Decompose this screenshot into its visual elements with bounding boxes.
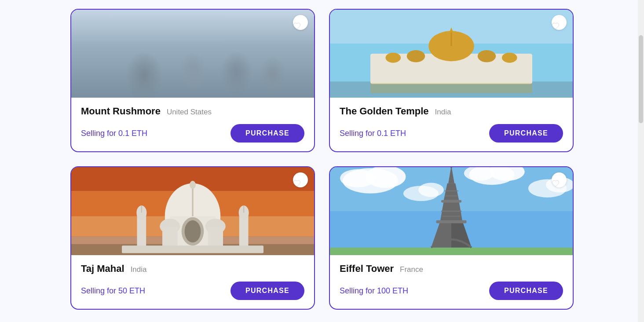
card-body-rushmore: Mount Rushmore United States Selling for… bbox=[71, 98, 314, 151]
card-image-taj bbox=[71, 167, 314, 255]
card-footer-taj: Selling for 50 ETH PURCHASE bbox=[81, 282, 304, 300]
svg-point-36 bbox=[190, 181, 196, 189]
favorite-button-eiffel[interactable] bbox=[552, 172, 567, 187]
card-title-eiffel: Eiffel Tower bbox=[340, 263, 394, 274]
card-grid: Mount Rushmore United States Selling for… bbox=[0, 0, 644, 318]
card-location-rushmore: United States bbox=[167, 108, 212, 117]
scrollbar-thumb[interactable] bbox=[639, 35, 643, 123]
svg-rect-46 bbox=[162, 227, 178, 247]
svg-marker-1 bbox=[71, 39, 314, 98]
svg-point-54 bbox=[340, 169, 376, 187]
svg-point-24 bbox=[407, 50, 425, 62]
svg-rect-17 bbox=[439, 46, 464, 59]
card-footer-eiffel: Selling for 100 ETH PURCHASE bbox=[340, 282, 563, 300]
svg-point-25 bbox=[478, 50, 496, 62]
svg-point-2 bbox=[108, 33, 136, 65]
svg-point-21 bbox=[386, 53, 401, 63]
svg-rect-67 bbox=[441, 200, 461, 203]
card-title-row-gt: The Golden Temple India bbox=[340, 106, 563, 117]
card-location-eiffel: France bbox=[400, 265, 423, 274]
svg-point-61 bbox=[418, 183, 444, 197]
card-image-wrap-eiffel bbox=[330, 167, 573, 255]
card-image-eiffel bbox=[330, 167, 573, 255]
svg-marker-10 bbox=[71, 69, 314, 98]
svg-rect-49 bbox=[122, 245, 263, 253]
svg-point-5 bbox=[150, 30, 170, 48]
card-image-wrap-taj bbox=[71, 167, 314, 255]
scrollbar-track bbox=[638, 0, 644, 322]
card-title-row-eiffel: Eiffel Tower France bbox=[340, 263, 563, 274]
selling-price-eiffel: Selling for 100 ETH bbox=[340, 286, 408, 296]
purchase-button-golden-temple[interactable]: PURCHASE bbox=[489, 124, 563, 143]
svg-point-9 bbox=[224, 33, 242, 50]
svg-rect-26 bbox=[370, 83, 532, 93]
favorite-button-golden-temple[interactable] bbox=[552, 15, 567, 30]
card-title-row-taj: Taj Mahal India bbox=[81, 263, 304, 274]
svg-point-6 bbox=[185, 30, 211, 60]
card-footer-rushmore: Selling for 0.1 ETH PURCHASE bbox=[81, 124, 304, 143]
svg-point-3 bbox=[111, 31, 133, 51]
card-body-eiffel: Eiffel Tower France Selling for 100 ETH … bbox=[330, 255, 573, 309]
svg-point-8 bbox=[221, 33, 245, 62]
favorite-button-taj[interactable] bbox=[293, 172, 308, 187]
card-golden-temple: The Golden Temple India Selling for 0.1 … bbox=[329, 9, 574, 152]
svg-point-4 bbox=[146, 31, 173, 61]
svg-rect-62 bbox=[330, 248, 573, 255]
purchase-button-taj[interactable]: PURCHASE bbox=[231, 282, 304, 300]
card-taj-mahal: Taj Mahal India Selling for 50 ETH PURCH… bbox=[70, 166, 315, 310]
card-body-golden-temple: The Golden Temple India Selling for 0.1 … bbox=[330, 98, 573, 151]
svg-rect-66 bbox=[436, 220, 467, 223]
card-eiffel: Eiffel Tower France Selling for 100 ETH … bbox=[329, 166, 574, 310]
card-title-rushmore: Mount Rushmore bbox=[81, 106, 161, 117]
card-title-taj: Taj Mahal bbox=[81, 263, 124, 274]
card-image-rushmore bbox=[71, 10, 314, 98]
svg-point-23 bbox=[502, 53, 517, 63]
card-image-wrap bbox=[71, 10, 314, 98]
card-body-taj: Taj Mahal India Selling for 50 ETH PURCH… bbox=[71, 255, 314, 309]
card-title-row-rushmore: Mount Rushmore United States bbox=[81, 106, 304, 117]
svg-marker-11 bbox=[71, 81, 314, 98]
card-image-golden-temple bbox=[330, 10, 573, 98]
svg-point-7 bbox=[188, 30, 208, 47]
card-footer-gt: Selling for 0.1 ETH PURCHASE bbox=[340, 124, 563, 143]
selling-price-rushmore: Selling for 0.1 ETH bbox=[81, 129, 147, 138]
card-image-wrap-gt bbox=[330, 10, 573, 98]
svg-rect-0 bbox=[71, 10, 314, 98]
purchase-button-rushmore[interactable]: PURCHASE bbox=[231, 124, 304, 143]
card-mount-rushmore: Mount Rushmore United States Selling for… bbox=[70, 9, 315, 152]
selling-price-golden-temple: Selling for 0.1 ETH bbox=[340, 129, 406, 138]
purchase-button-eiffel[interactable]: PURCHASE bbox=[489, 282, 563, 300]
card-title-golden-temple: The Golden Temple bbox=[340, 106, 429, 117]
svg-rect-48 bbox=[208, 227, 223, 247]
card-location-taj: India bbox=[131, 265, 147, 274]
svg-point-38 bbox=[185, 220, 201, 243]
favorite-button-rushmore[interactable] bbox=[293, 15, 308, 30]
card-location-golden-temple: India bbox=[435, 108, 451, 117]
selling-price-taj: Selling for 50 ETH bbox=[81, 286, 145, 296]
